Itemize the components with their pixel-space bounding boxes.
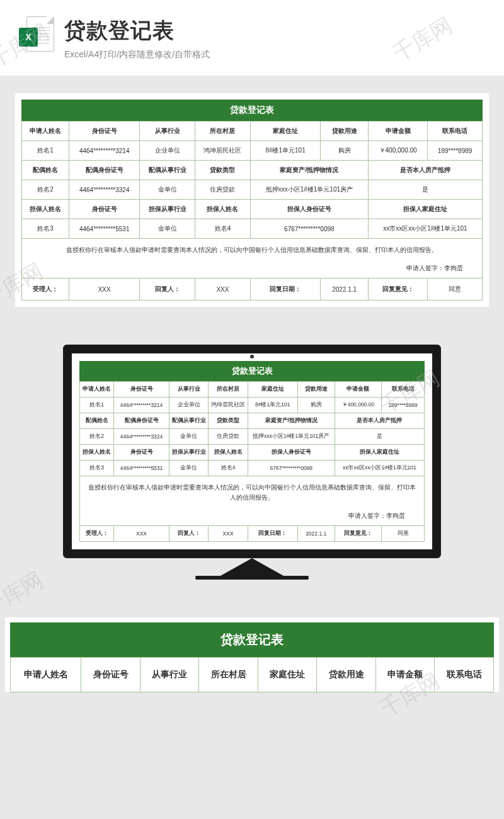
d-spouse-name: 姓名2: [22, 180, 69, 200]
h-guarantor-industry: 担保从事行业: [169, 445, 209, 461]
h-asset-collateral: 家庭资产/抵押物情况: [250, 161, 368, 180]
h-replier: 回复人：: [140, 278, 195, 301]
h-industry: 从事行业: [140, 122, 195, 141]
h-guarantor-id: 身份证号: [69, 200, 139, 219]
page-title: 贷款登记表: [64, 16, 210, 45]
h-village: 所在村居: [209, 382, 248, 398]
d-spouse-id: 4464*********3324: [69, 180, 139, 200]
h-applicant-name: 申请人姓名: [11, 658, 81, 692]
form-table: 申请人姓名 身份证号 从事行业 所在村居 家庭住址 贷款用途 申请金额 联系电话…: [79, 381, 425, 542]
h-id-number: 身份证号: [114, 382, 169, 398]
d-handler: XXX: [114, 526, 169, 542]
form-table: 申请人姓名 身份证号 从事行业 所在村居 家庭住址 贷款用途 申请金额 联系电话…: [21, 121, 483, 301]
d-amount: ￥400,000.00: [335, 398, 381, 413]
h-guarantor-name: 担保人姓名: [80, 445, 114, 461]
h-guarantor2-id: 担保人身份证号: [248, 445, 335, 461]
d-phone: 189****8989: [382, 398, 425, 413]
d-self-property: 是: [335, 429, 424, 445]
monitor-mockup: 贷款登记表 申请人姓名 身份证号 从事行业 所在村居 家庭住址 贷款用途 申请金…: [0, 345, 504, 580]
d-guarantor-name: 姓名3: [80, 461, 114, 476]
h-spouse-id: 配偶身份证号: [69, 161, 139, 180]
form-title: 贷款登记表: [21, 100, 483, 121]
camera-icon: [250, 355, 254, 358]
d-self-property: 是: [368, 180, 482, 200]
h-reply-opinion: 回复意见：: [368, 278, 427, 301]
h-applicant-name: 申请人姓名: [22, 122, 69, 141]
d-reply-date: 2022.1.1: [321, 278, 369, 301]
d-replier: XXX: [195, 278, 251, 301]
d-reply-opinion: 同意: [428, 278, 483, 301]
h-handler: 受理人：: [80, 526, 114, 542]
d-guarantor2-id: 6767*********0098: [248, 461, 335, 476]
monitor-base: [195, 576, 309, 580]
d-purpose: 购房: [321, 141, 369, 161]
loan-form: 贷款登记表 申请人姓名 身份证号 从事行业 所在村居 家庭住址 贷款用途 申请金…: [21, 100, 483, 301]
h-id-number: 身份证号: [81, 658, 140, 692]
h-guarantor2-id: 担保人身份证号: [250, 200, 368, 219]
d-address: 8#楼1单元101: [248, 398, 297, 413]
d-village: 鸿坤居民社区: [209, 398, 248, 413]
h-spouse-id: 配偶身份证号: [114, 413, 169, 429]
d-guarantor2-name: 姓名4: [195, 219, 251, 239]
authorization-text: 兹授权你行在审核本人借款申请时需要查询本人情况的，可以向中国银行个人信用信息基础…: [22, 239, 482, 261]
d-guarantor-address: xx市xx区xx小区1#楼1单元101: [335, 461, 424, 476]
h-purpose: 贷款用途: [297, 382, 335, 398]
excel-badge-icon: X: [19, 28, 38, 47]
d-applicant-name: 姓名1: [80, 398, 114, 413]
d-spouse-industry: 金单位: [140, 180, 195, 200]
form-title: 贷款登记表: [10, 622, 494, 657]
h-village: 所在村居: [195, 122, 251, 141]
d-industry: 企业单位: [140, 141, 195, 161]
d-handler: XXX: [69, 278, 139, 301]
excel-file-icon: X: [19, 16, 54, 62]
monitor-stand: [220, 558, 284, 576]
d-spouse-industry: 金单位: [169, 429, 209, 445]
h-self-property: 是否本人房产抵押: [368, 161, 482, 180]
page-header: X 贷款登记表 Excel/A4打印/内容随意修改/自带格式: [0, 0, 504, 76]
d-spouse-id: 4464*********3324: [114, 429, 169, 445]
d-asset-collateral: 抵押xxx小区1#楼1单元101房产: [250, 180, 368, 200]
page-subtitle: Excel/A4打印/内容随意修改/自带格式: [64, 49, 210, 60]
h-spouse-industry: 配偶从事行业: [169, 413, 209, 429]
d-asset-collateral: 抵押xxx小区1#楼1单元101房产: [248, 429, 335, 445]
d-phone: 189****8989: [428, 141, 483, 161]
d-guarantor-id: 4464*********5531: [69, 219, 139, 239]
h-guarantor-id: 身份证号: [114, 445, 169, 461]
h-spouse-name: 配偶姓名: [22, 161, 69, 180]
d-guarantor2-id: 6767*********0098: [250, 219, 368, 239]
h-guarantor-address: 担保人家庭住址: [335, 445, 424, 461]
loan-form-monitor: 贷款登记表 申请人姓名 身份证号 从事行业 所在村居 家庭住址 贷款用途 申请金…: [79, 361, 425, 542]
h-reply-date: 回复日期：: [250, 278, 321, 301]
d-amount: ￥400,000.00: [368, 141, 427, 161]
h-reply-date: 回复日期：: [248, 526, 297, 542]
d-guarantor-name: 姓名3: [22, 219, 69, 239]
applicant-signature: 申请人签字：李狗蛋: [22, 261, 482, 278]
d-loan-type: 住房贷款: [195, 180, 251, 200]
h-industry: 从事行业: [169, 382, 209, 398]
h-loan-type: 贷款类型: [195, 161, 251, 180]
h-purpose: 贷款用途: [317, 658, 376, 692]
form-card-main: 贷款登记表 申请人姓名 身份证号 从事行业 所在村居 家庭住址 贷款用途 申请金…: [15, 93, 489, 307]
h-guarantor-name: 担保人姓名: [22, 200, 69, 219]
h-phone: 联系电话: [382, 382, 425, 398]
h-replier: 回复人：: [169, 526, 209, 542]
h-id-number: 身份证号: [69, 122, 139, 141]
d-id-number: 4464*********3214: [69, 141, 139, 161]
d-id-number: 4464*********3214: [114, 398, 169, 413]
h-applicant-name: 申请人姓名: [80, 382, 114, 398]
d-guarantor2-name: 姓名4: [209, 461, 248, 476]
bottom-cropped-preview: 贷款登记表 申请人姓名 身份证号 从事行业 所在村居 家庭住址 贷款用途 申请金…: [5, 617, 499, 692]
d-industry: 企业单位: [169, 398, 209, 413]
h-guarantor2-name: 担保人姓名: [209, 445, 248, 461]
d-reply-opinion: 同意: [382, 526, 425, 542]
h-address: 家庭住址: [258, 658, 317, 692]
d-loan-type: 住房贷款: [209, 429, 248, 445]
d-guarantor-id: 4464*********5531: [114, 461, 169, 476]
h-guarantor2-name: 担保人姓名: [195, 200, 251, 219]
h-spouse-industry: 配偶从事行业: [140, 161, 195, 180]
d-reply-date: 2022.1.1: [297, 526, 335, 542]
h-self-property: 是否本人房产抵押: [335, 413, 424, 429]
d-purpose: 购房: [297, 398, 335, 413]
h-spouse-name: 配偶姓名: [80, 413, 114, 429]
h-guarantor-industry: 担保从事行业: [140, 200, 195, 219]
